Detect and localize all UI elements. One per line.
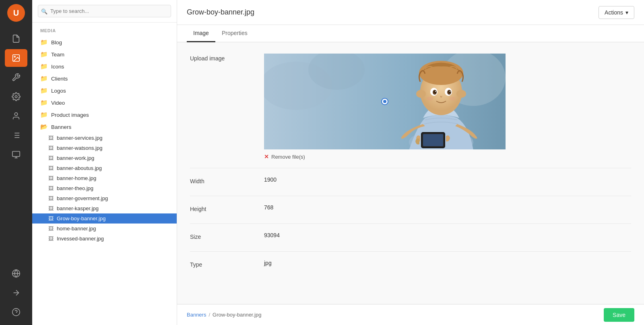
folder-icon: 📁: [40, 111, 48, 118]
nav-images[interactable]: [5, 49, 27, 67]
folder-icon: 📁: [40, 63, 48, 70]
nav-globe[interactable]: [5, 265, 27, 282]
folder-icon: 📁: [40, 99, 48, 106]
file-image-icon: 🖼: [48, 155, 54, 161]
folder-product-images-label: Product images: [51, 112, 89, 118]
folder-icon: 📁: [40, 51, 48, 58]
field-row-type: Type jpg: [190, 260, 631, 268]
folder-team-label: Team: [51, 52, 64, 58]
file-banner-work-label: banner-work.jpg: [57, 155, 94, 161]
divider: [190, 251, 631, 252]
svg-point-3: [14, 113, 17, 116]
width-label: Width: [190, 176, 254, 184]
file-home-banner[interactable]: 🖼 home-banner.jpg: [32, 224, 177, 234]
field-row-height: Height 768: [190, 204, 631, 212]
folder-blog[interactable]: 📁 Blog: [32, 36, 177, 48]
search-bar: 🔍: [32, 0, 177, 23]
nav-person[interactable]: [5, 107, 27, 125]
field-row-width: Width 1900: [190, 176, 631, 184]
file-image-icon: 🖼: [48, 236, 54, 242]
footer-bar: Banners / Grow-boy-banner.jpg Save: [177, 304, 644, 325]
folder-logos[interactable]: 📁 Logos: [32, 85, 177, 97]
size-label: Size: [190, 232, 254, 240]
content-area: Upload image: [177, 42, 644, 304]
main-content: Grow-boy-banner.jpg Actions ▾ Image Prop…: [177, 0, 644, 325]
folder-logos-label: Logos: [51, 88, 66, 94]
file-invessed-banner[interactable]: 🖼 Invessed-banner.jpg: [32, 234, 177, 244]
file-banner-services-label: banner-services.jpg: [57, 135, 102, 141]
type-label: Type: [190, 260, 254, 268]
actions-button[interactable]: Actions ▾: [599, 6, 634, 19]
folder-clients[interactable]: 📁 Clients: [32, 72, 177, 85]
nav-monitor[interactable]: [5, 146, 27, 164]
file-grow-boy-banner[interactable]: 🖼 Grow-boy-banner.jpg: [32, 213, 177, 224]
nav-documents[interactable]: [5, 30, 27, 48]
file-image-icon: 🖼: [48, 175, 54, 181]
svg-point-40: [449, 97, 456, 101]
remove-files[interactable]: ✕ Remove file(s): [264, 153, 631, 160]
remove-x-icon: ✕: [264, 153, 269, 160]
tabs-bar: Image Properties: [177, 25, 644, 42]
file-banner-home[interactable]: 🖼 banner-home.jpg: [32, 173, 177, 183]
nav-settings[interactable]: [5, 88, 27, 106]
svg-point-30: [456, 90, 466, 98]
svg-rect-10: [12, 151, 20, 157]
svg-point-29: [416, 90, 426, 98]
tab-image[interactable]: Image: [187, 25, 215, 42]
height-label: Height: [190, 204, 254, 212]
file-home-banner-label: home-banner.jpg: [57, 226, 96, 232]
type-value: jpg: [264, 260, 272, 266]
search-icon: 🔍: [41, 8, 47, 14]
folder-banners-label: Banners: [51, 124, 71, 130]
top-bar: Grow-boy-banner.jpg Actions ▾: [177, 0, 644, 25]
search-input[interactable]: [38, 5, 171, 17]
folder-icons[interactable]: 📁 Icons: [32, 60, 177, 72]
file-banner-services[interactable]: 🖼 banner-services.jpg: [32, 133, 177, 143]
svg-point-37: [435, 91, 436, 92]
nav-arrow[interactable]: [5, 284, 27, 302]
file-banner-theo[interactable]: 🖼 banner-theo.jpg: [32, 183, 177, 193]
folder-icon: 📁: [40, 87, 48, 94]
file-image-icon: 🖼: [48, 185, 54, 191]
svg-point-1: [14, 56, 15, 57]
save-button[interactable]: Save: [604, 308, 634, 322]
svg-point-16: [12, 308, 20, 316]
file-banner-work[interactable]: 🖼 banner-work.jpg: [32, 153, 177, 163]
media-label: MEDIA: [32, 27, 177, 36]
folder-banners-icon: 📂: [40, 123, 48, 130]
divider: [190, 168, 631, 168]
svg-point-38: [450, 91, 450, 92]
file-banner-theo-label: banner-theo.jpg: [57, 185, 93, 191]
field-row-size: Size 93094: [190, 232, 631, 240]
file-banner-home-label: banner-home.jpg: [57, 175, 96, 181]
file-tree: MEDIA 📁 Blog 📁 Team 📁 Icons 📁 Clients 📁 …: [32, 23, 177, 325]
file-banner-goverment[interactable]: 🖼 banner-goverment.jpg: [32, 193, 177, 203]
file-sidebar: 🔍 MEDIA 📁 Blog 📁 Team 📁 Icons 📁 Clients …: [32, 0, 177, 325]
nav-help[interactable]: [5, 303, 27, 321]
file-image-icon: 🖼: [48, 135, 54, 141]
upload-section: Upload image: [190, 54, 631, 160]
breadcrumb-current: Grow-boy-banner.jpg: [213, 312, 261, 318]
file-banner-aboutus[interactable]: 🖼 banner-aboutus.jpg: [32, 163, 177, 173]
svg-point-36: [449, 91, 451, 93]
folder-team[interactable]: 📁 Team: [32, 48, 177, 60]
nav-list[interactable]: [5, 126, 27, 144]
svg-point-2: [15, 95, 17, 98]
nav-tools[interactable]: [5, 68, 27, 86]
brand-logo[interactable]: U: [7, 4, 25, 22]
brand-logo-text: U: [13, 8, 19, 18]
file-banner-watsons[interactable]: 🖼 banner-watsons.jpg: [32, 143, 177, 153]
file-image-icon: 🖼: [48, 165, 54, 171]
folder-product-images[interactable]: 📁 Product images: [32, 109, 177, 121]
actions-chevron-icon: ▾: [625, 9, 628, 16]
file-banner-aboutus-label: banner-aboutus.jpg: [57, 165, 102, 171]
breadcrumb-parent-link[interactable]: Banners: [187, 312, 206, 318]
remove-files-label: Remove file(s): [271, 154, 305, 160]
file-grow-boy-banner-label: Grow-boy-banner.jpg: [57, 215, 105, 221]
breadcrumb: Banners / Grow-boy-banner.jpg: [187, 312, 261, 318]
folder-video[interactable]: 📁 Video: [32, 97, 177, 109]
folder-banners[interactable]: 📂 Banners: [32, 121, 177, 133]
tab-properties[interactable]: Properties: [215, 25, 254, 42]
file-banner-kasper[interactable]: 🖼 banner-kasper.jpg: [32, 203, 177, 213]
actions-label: Actions: [605, 9, 623, 16]
